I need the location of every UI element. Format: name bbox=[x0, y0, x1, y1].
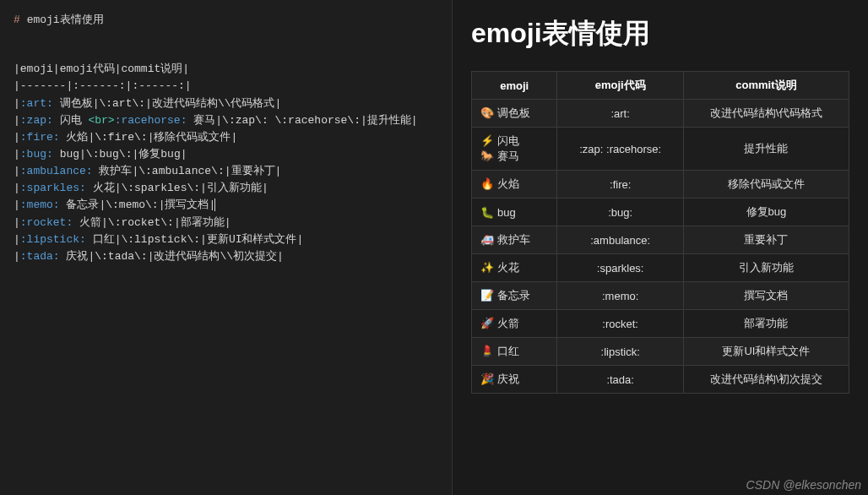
token-punct: | bbox=[361, 114, 367, 127]
token-plain: bug bbox=[53, 148, 79, 160]
token-plain: \:art\: bbox=[99, 97, 145, 110]
token-punct: | bbox=[411, 114, 418, 127]
token-punct: | bbox=[79, 148, 86, 160]
token-emcode: :bug: bbox=[20, 148, 53, 160]
token-punct: | bbox=[200, 182, 207, 194]
heading-text: emoji表情使用 bbox=[27, 14, 104, 26]
cell-code: :bug: bbox=[557, 199, 683, 226]
token-plain: commit说明 bbox=[121, 63, 182, 75]
token-plain: 部署功能 bbox=[181, 216, 225, 229]
source-line: |:art: 调色板|\:art\:|改进代码结构\\代码格式| bbox=[14, 95, 438, 112]
cell-emoji: 🎉庆祝 bbox=[472, 366, 557, 394]
token-punct: | bbox=[181, 148, 187, 160]
cell-code: :rocket: bbox=[557, 310, 683, 338]
table-header-row: emoji emoji代码 commit说明 bbox=[472, 72, 849, 100]
cell-emoji: 🎨调色板 bbox=[472, 100, 557, 128]
source-line: |:sparkles: 火花|\:sparkles\:|引入新功能| bbox=[14, 180, 438, 197]
token-plain: \:rocket\: bbox=[108, 216, 174, 229]
token-plain: emoji bbox=[20, 63, 53, 75]
preview-heading: emoji表情使用 bbox=[471, 15, 849, 52]
token-punct: | bbox=[145, 97, 152, 110]
table-row: 🎨调色板:art:改进代码结构\代码格式 bbox=[472, 100, 849, 128]
token-punct: | bbox=[14, 131, 20, 144]
watermark: CSDN @elkesonchen bbox=[746, 478, 861, 492]
token-punct: | bbox=[14, 199, 20, 211]
emoji-table: emoji emoji代码 commit说明 🎨调色板:art:改进代码结构\代… bbox=[471, 71, 849, 394]
table-row: 🎉庆祝:tada:改进代码结构\初次提交 bbox=[472, 366, 849, 394]
cell-emoji: ✨火花 bbox=[472, 254, 557, 282]
hash-symbol: # bbox=[14, 14, 20, 26]
emoji-label: 火箭 bbox=[497, 317, 519, 329]
cell-desc: 移除代码或文件 bbox=[683, 171, 849, 199]
token-punct: | bbox=[297, 233, 304, 246]
token-plain: \:zap\: \:racehorse\: bbox=[222, 114, 361, 127]
header-emoji: emoji bbox=[472, 72, 557, 100]
cell-emoji: 📝备忘录 bbox=[472, 282, 557, 310]
emoji-label: 庆祝 bbox=[497, 373, 519, 385]
source-heading: # emoji表情使用 bbox=[14, 12, 438, 29]
table-row: 🔥火焰:fire:移除代码或文件 bbox=[472, 171, 849, 199]
emoji-label: 火焰 bbox=[497, 177, 519, 190]
cell-desc: 重要补丁 bbox=[683, 226, 849, 254]
markdown-source-pane[interactable]: # emoji表情使用 |emoji|emoji代码|commit说明||---… bbox=[0, 0, 453, 495]
token-punct: | bbox=[14, 97, 20, 110]
token-punct: | bbox=[225, 216, 231, 229]
token-plain: 引入新功能 bbox=[207, 182, 262, 194]
art-icon: 🎨 bbox=[480, 106, 494, 119]
emoji-label: 救护车 bbox=[497, 233, 530, 246]
cell-emoji: 🚀火箭 bbox=[472, 310, 557, 338]
bug-icon: 🐛 bbox=[480, 206, 494, 219]
blank-line bbox=[14, 44, 438, 61]
cell-desc: 修复bug bbox=[683, 199, 849, 226]
table-row: 🚑救护车:ambulance:重要补丁 bbox=[472, 226, 849, 254]
cell-code: :ambulance: bbox=[557, 226, 683, 254]
token-punct: | bbox=[277, 250, 284, 263]
token-emcode: :fire: bbox=[20, 131, 60, 144]
cell-code: :fire: bbox=[557, 171, 683, 199]
token-punct: | bbox=[275, 165, 282, 177]
token-plain: 火箭 bbox=[73, 216, 101, 229]
cell-emoji: 🐛bug bbox=[472, 199, 557, 226]
token-punct: | bbox=[53, 63, 60, 75]
fire-icon: 🔥 bbox=[480, 177, 494, 190]
table-row: 🚀火箭:rocket:部署功能 bbox=[472, 310, 849, 338]
token-plain: emoji代码 bbox=[60, 63, 115, 75]
sparkles-icon: ✨ bbox=[480, 261, 494, 274]
token-punct: | bbox=[174, 216, 181, 229]
token-plain: \:sparkles\: bbox=[121, 182, 200, 194]
source-line: |:fire: 火焰|\:fire\:|移除代码或文件| bbox=[14, 129, 438, 146]
token-emcode: :rocket: bbox=[20, 216, 73, 229]
emoji-label: 闪电 bbox=[497, 134, 519, 147]
source-line: |:tada: 庆祝|\:tada\:|改进代码结构\\初次提交| bbox=[14, 248, 438, 265]
racehorse-icon: 🐎 bbox=[480, 150, 494, 162]
token-emcode: :sparkles: bbox=[20, 182, 86, 194]
source-line: |:bug: bug|\:bug\:|修复bug| bbox=[14, 146, 438, 163]
source-line: |emoji|emoji代码|commit说明| bbox=[14, 61, 438, 78]
cell-desc: 引入新功能 bbox=[683, 254, 849, 282]
token-punct: | bbox=[225, 165, 231, 177]
token-emcode: :tada: bbox=[20, 250, 60, 263]
token-plain: \:lipstick\: bbox=[121, 233, 200, 246]
emoji-label: 备忘录 bbox=[497, 289, 530, 302]
cell-emoji: 💄口红 bbox=[472, 338, 557, 366]
token-punct: | bbox=[274, 97, 281, 110]
markdown-preview-pane: emoji表情使用 emoji emoji代码 commit说明 🎨调色板:ar… bbox=[453, 0, 868, 495]
source-line: |-------|:------:|:------:| bbox=[14, 78, 438, 95]
token-plain: \:memo\: bbox=[106, 199, 158, 211]
cell-desc: 提升性能 bbox=[683, 128, 849, 171]
token-plain: 移除代码或文件 bbox=[154, 131, 231, 144]
source-line: |:ambulance: 救护车|\:ambulance\:|重要补丁| bbox=[14, 163, 438, 180]
token-plain: 口红 bbox=[86, 233, 115, 246]
token-punct: | bbox=[215, 114, 222, 127]
table-row: 🐛bug:bug:修复bug bbox=[472, 199, 849, 226]
token-plain: \:fire\: bbox=[95, 131, 147, 144]
cell-desc: 改进代码结构\初次提交 bbox=[683, 366, 849, 394]
token-emcode: :memo: bbox=[20, 199, 60, 211]
token-plain: \:tada\: bbox=[95, 250, 147, 263]
emoji-label: 口红 bbox=[497, 345, 519, 357]
token-punct: | bbox=[231, 131, 237, 144]
rocket-icon: 🚀 bbox=[480, 317, 494, 329]
cell-code: :memo: bbox=[557, 282, 683, 310]
token-plain: 备忘录 bbox=[60, 199, 100, 211]
token-punct: | bbox=[14, 148, 20, 160]
